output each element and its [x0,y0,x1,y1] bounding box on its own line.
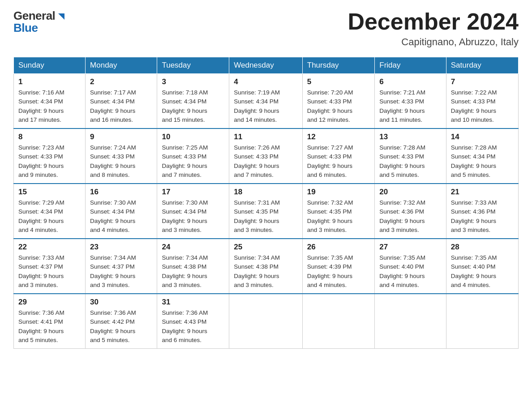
calendar-cell: 21 Sunrise: 7:33 AMSunset: 4:36 PMDaylig… [446,184,518,239]
day-number: 5 [307,77,370,86]
day-number: 14 [451,133,514,141]
day-info: Sunrise: 7:24 AMSunset: 4:33 PMDaylight:… [90,144,136,178]
calendar-cell: 10 Sunrise: 7:25 AMSunset: 4:33 PMDaylig… [157,128,229,184]
calendar-cell: 12 Sunrise: 7:27 AMSunset: 4:33 PMDaylig… [302,128,375,184]
calendar-cell [375,294,446,349]
day-info: Sunrise: 7:22 AMSunset: 4:33 PMDaylight:… [451,89,497,123]
day-info: Sunrise: 7:31 AMSunset: 4:35 PMDaylight:… [234,199,280,233]
logo-blue-text: Blue [13,21,66,35]
calendar-cell: 1 Sunrise: 7:16 AMSunset: 4:34 PMDayligh… [14,74,86,129]
day-of-week-sunday: Sunday [14,57,86,74]
calendar-week-row: 22 Sunrise: 7:33 AMSunset: 4:37 PMDaylig… [14,239,519,294]
calendar-cell [302,294,375,349]
calendar-cell: 24 Sunrise: 7:34 AMSunset: 4:38 PMDaylig… [157,239,229,294]
calendar-week-row: 15 Sunrise: 7:29 AMSunset: 4:34 PMDaylig… [14,184,519,239]
day-number: 23 [90,243,152,252]
calendar-cell: 8 Sunrise: 7:23 AMSunset: 4:33 PMDayligh… [14,128,86,184]
day-number: 26 [307,243,370,252]
calendar-cell: 29 Sunrise: 7:36 AMSunset: 4:41 PMDaylig… [14,294,86,349]
day-number: 12 [307,133,370,141]
calendar-title-block: December 2024 Capitignano, Abruzzo, Ital… [348,9,519,48]
day-info: Sunrise: 7:26 AMSunset: 4:33 PMDaylight:… [234,144,280,178]
day-number: 20 [379,188,442,197]
day-info: Sunrise: 7:23 AMSunset: 4:33 PMDaylight:… [18,144,64,178]
day-of-week-tuesday: Tuesday [157,57,229,74]
day-number: 10 [162,133,224,141]
calendar-cell: 25 Sunrise: 7:34 AMSunset: 4:38 PMDaylig… [229,239,303,294]
day-number: 8 [18,133,81,141]
calendar-cell [229,294,303,349]
day-info: Sunrise: 7:27 AMSunset: 4:33 PMDaylight:… [307,144,353,178]
calendar-cell: 26 Sunrise: 7:35 AMSunset: 4:39 PMDaylig… [302,239,375,294]
day-of-week-saturday: Saturday [446,57,518,74]
day-number: 4 [234,77,298,86]
day-of-week-thursday: Thursday [302,57,375,74]
calendar-cell: 18 Sunrise: 7:31 AMSunset: 4:35 PMDaylig… [229,184,303,239]
day-number: 24 [162,243,224,252]
day-number: 2 [90,77,152,86]
day-info: Sunrise: 7:33 AMSunset: 4:36 PMDaylight:… [451,199,497,233]
day-info: Sunrise: 7:30 AMSunset: 4:34 PMDaylight:… [162,199,208,233]
day-info: Sunrise: 7:36 AMSunset: 4:43 PMDaylight:… [162,309,208,343]
day-number: 13 [379,133,442,141]
day-number: 17 [162,188,224,197]
day-number: 25 [234,243,298,252]
calendar-cell: 6 Sunrise: 7:21 AMSunset: 4:33 PMDayligh… [375,74,446,129]
day-number: 19 [307,188,370,197]
day-of-week-wednesday: Wednesday [229,57,303,74]
svg-marker-0 [58,13,64,20]
calendar-cell: 15 Sunrise: 7:29 AMSunset: 4:34 PMDaylig… [14,184,86,239]
day-info: Sunrise: 7:29 AMSunset: 4:34 PMDaylight:… [18,199,64,233]
calendar-cell: 3 Sunrise: 7:18 AMSunset: 4:34 PMDayligh… [157,74,229,129]
calendar-cell: 14 Sunrise: 7:28 AMSunset: 4:34 PMDaylig… [446,128,518,184]
day-of-week-monday: Monday [86,57,157,74]
calendar-week-row: 29 Sunrise: 7:36 AMSunset: 4:41 PMDaylig… [14,294,519,349]
calendar-cell: 17 Sunrise: 7:30 AMSunset: 4:34 PMDaylig… [157,184,229,239]
day-info: Sunrise: 7:20 AMSunset: 4:33 PMDaylight:… [307,89,353,123]
calendar-header-row: SundayMondayTuesdayWednesdayThursdayFrid… [14,57,519,74]
calendar-cell: 31 Sunrise: 7:36 AMSunset: 4:43 PMDaylig… [157,294,229,349]
calendar-cell: 16 Sunrise: 7:30 AMSunset: 4:34 PMDaylig… [86,184,157,239]
day-info: Sunrise: 7:35 AMSunset: 4:39 PMDaylight:… [307,254,353,288]
day-info: Sunrise: 7:36 AMSunset: 4:42 PMDaylight:… [90,309,136,343]
day-of-week-friday: Friday [375,57,446,74]
calendar-cell: 5 Sunrise: 7:20 AMSunset: 4:33 PMDayligh… [302,74,375,129]
day-number: 30 [90,298,152,307]
day-info: Sunrise: 7:35 AMSunset: 4:40 PMDaylight:… [451,254,497,288]
day-number: 6 [379,77,442,86]
day-number: 7 [451,77,514,86]
calendar-cell: 13 Sunrise: 7:28 AMSunset: 4:33 PMDaylig… [375,128,446,184]
calendar-cell: 11 Sunrise: 7:26 AMSunset: 4:33 PMDaylig… [229,128,303,184]
day-number: 22 [18,243,81,252]
calendar-cell [446,294,518,349]
day-info: Sunrise: 7:28 AMSunset: 4:33 PMDaylight:… [379,144,425,178]
calendar-cell: 30 Sunrise: 7:36 AMSunset: 4:42 PMDaylig… [86,294,157,349]
day-number: 16 [90,188,152,197]
day-info: Sunrise: 7:36 AMSunset: 4:41 PMDaylight:… [18,309,64,343]
calendar-cell: 20 Sunrise: 7:32 AMSunset: 4:36 PMDaylig… [375,184,446,239]
day-info: Sunrise: 7:28 AMSunset: 4:34 PMDaylight:… [451,144,497,178]
location-title: Capitignano, Abruzzo, Italy [348,36,519,48]
day-info: Sunrise: 7:34 AMSunset: 4:38 PMDaylight:… [234,254,280,288]
calendar-table: SundayMondayTuesdayWednesdayThursdayFrid… [13,57,519,349]
day-info: Sunrise: 7:21 AMSunset: 4:33 PMDaylight:… [379,89,425,123]
calendar-cell: 22 Sunrise: 7:33 AMSunset: 4:37 PMDaylig… [14,239,86,294]
day-number: 1 [18,77,81,86]
calendar-cell: 28 Sunrise: 7:35 AMSunset: 4:40 PMDaylig… [446,239,518,294]
day-info: Sunrise: 7:30 AMSunset: 4:34 PMDaylight:… [90,199,136,233]
logo-arrow-icon [56,12,66,21]
day-info: Sunrise: 7:19 AMSunset: 4:34 PMDaylight:… [234,89,280,123]
day-info: Sunrise: 7:32 AMSunset: 4:35 PMDaylight:… [307,199,353,233]
day-number: 31 [162,298,224,307]
calendar-cell: 7 Sunrise: 7:22 AMSunset: 4:33 PMDayligh… [446,74,518,129]
day-info: Sunrise: 7:33 AMSunset: 4:37 PMDaylight:… [18,254,64,288]
day-number: 28 [451,243,514,252]
day-number: 15 [18,188,81,197]
day-info: Sunrise: 7:17 AMSunset: 4:34 PMDaylight:… [90,89,136,123]
day-info: Sunrise: 7:16 AMSunset: 4:34 PMDaylight:… [18,89,64,123]
day-number: 21 [451,188,514,197]
day-info: Sunrise: 7:35 AMSunset: 4:40 PMDaylight:… [379,254,425,288]
calendar-cell: 4 Sunrise: 7:19 AMSunset: 4:34 PMDayligh… [229,74,303,129]
day-number: 11 [234,133,298,141]
day-info: Sunrise: 7:25 AMSunset: 4:33 PMDaylight:… [162,144,208,178]
